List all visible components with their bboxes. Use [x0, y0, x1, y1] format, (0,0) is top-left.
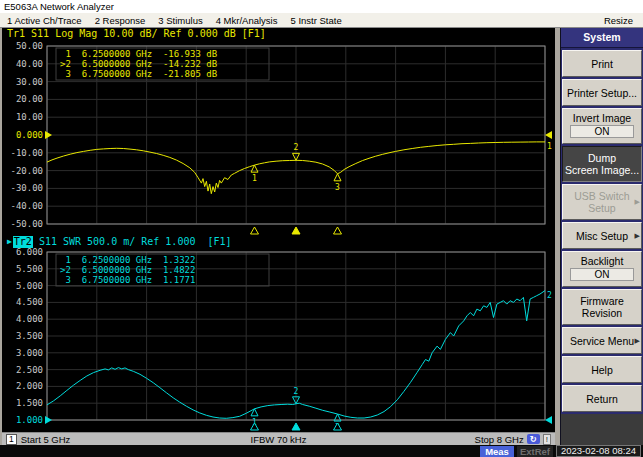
trace2-header-text: S11 SWR 500.0 m/ Ref 1.000 [F1]	[33, 236, 232, 248]
softkey-firmware-revision-label: Firmware	[563, 295, 641, 307]
menu-item-1-active-ch-trace[interactable]: 1 Active Ch/Trace	[7, 15, 82, 26]
trace2-header[interactable]: ▶ Tr2 S11 SWR 500.0 m/ Ref 1.000 [F1]	[2, 236, 555, 248]
softkey-dump-screen-image-label: Dump	[563, 152, 641, 164]
softkey-invert-image-label: Invert Image	[563, 112, 641, 124]
submenu-arrow-icon: ▶	[635, 196, 640, 208]
softkey-backlight-value: ON	[570, 268, 634, 281]
y-tick-label: 5.500	[16, 264, 43, 274]
y-tick-label: 50.00	[16, 41, 43, 51]
main-content: Tr1 S11 Log Mag 10.00 dB/ Ref 0.000 dB […	[0, 28, 643, 445]
marker-table-row: >2 6.5000000 GHz -14.232 dB	[60, 59, 217, 69]
trace1-label: Tr1	[7, 28, 25, 40]
softkey-usb-switch-setup-label: USB Switch	[563, 190, 641, 202]
marker-3[interactable]: 3	[334, 174, 341, 192]
resize-button[interactable]: Resize	[604, 15, 643, 26]
marker-2-stimulus-icon	[292, 423, 300, 430]
marker-2-stimulus-icon	[292, 227, 300, 234]
stop-frequency[interactable]: Stop 8 GHz	[475, 434, 524, 445]
y-tick-label: 30.00	[16, 77, 43, 87]
ref-level-indicator-right-icon	[545, 131, 552, 139]
y-tick-label: -50.00	[10, 219, 43, 229]
softkey-misc-setup-label: Misc Setup	[563, 230, 641, 242]
y-tick-label: 1.000	[16, 415, 43, 425]
marker-table-row: 3 6.7500000 GHz -21.805 dB	[60, 69, 217, 79]
softkey-return[interactable]: Return	[562, 385, 642, 412]
softkey-printer-setup[interactable]: Printer Setup...	[562, 79, 642, 106]
submenu-arrow-icon: ▶	[635, 335, 640, 347]
svg-text:3: 3	[335, 183, 340, 192]
marker-table-row: >2 6.5000000 GHz 1.4822	[60, 265, 195, 275]
marker-1[interactable]: 1	[251, 165, 258, 183]
marker-3-stimulus-icon	[334, 227, 342, 234]
swr-graph: 6.0005.5005.0004.5004.0003.5003.0002.500…	[2, 248, 555, 432]
softkey-menu-title: System	[561, 28, 643, 48]
y-tick-label: 0.000	[16, 130, 43, 140]
menu-item-2-response[interactable]: 2 Response	[95, 15, 146, 26]
y-tick-label: -10.00	[10, 148, 43, 158]
ref-level-indicator-left-icon	[45, 131, 52, 139]
marker-table-row: 1 6.2500000 GHz 1.3322	[60, 255, 195, 265]
softkey-filler	[561, 414, 643, 445]
y-tick-label: -40.00	[10, 201, 43, 211]
y-tick-label: 5.000	[16, 281, 43, 291]
softkey-help-label: Help	[563, 364, 641, 376]
instrument-statusbar: Meas ExtRef 2023-02-08 08:24	[0, 445, 643, 457]
menu-item-5-instr-state[interactable]: 5 Instr State	[290, 15, 341, 26]
softkey-usb-switch-setup: USB SwitchSetup▶	[562, 184, 642, 220]
trace-number-label: 1	[547, 142, 552, 151]
log-mag-graph: 50.0040.0030.0020.0010.000.000-10.00-20.…	[2, 40, 555, 236]
marker-table-row: 3 6.7500000 GHz 1.1771	[60, 275, 195, 285]
extref-status: ExtRef	[517, 446, 553, 457]
submenu-arrow-icon: ▶	[635, 230, 640, 242]
svg-text:1: 1	[252, 174, 257, 183]
y-tick-label: 4.000	[16, 314, 43, 324]
svg-text:2: 2	[294, 143, 299, 152]
y-tick-label: 20.00	[16, 94, 43, 104]
y-tick-label: 2.000	[16, 381, 43, 391]
trace1-header[interactable]: Tr1 S11 Log Mag 10.00 dB/ Ref 0.000 dB […	[2, 28, 555, 40]
softkey-help[interactable]: Help	[562, 356, 642, 383]
menu-items: 1 Active Ch/Trace2 Response3 Stimulus4 M…	[7, 15, 591, 26]
menu-item-3-stimulus[interactable]: 3 Stimulus	[158, 15, 202, 26]
ref-level-indicator-left-icon	[45, 416, 52, 424]
y-tick-label: 6.000	[16, 248, 43, 257]
trace-number-label: 2	[547, 291, 552, 300]
softkey-dump-screen-image-label: Screen Image...	[563, 164, 641, 176]
channel-number-badge: 1	[6, 434, 17, 445]
ifbw-value[interactable]: IFBW 70 kHz	[188, 434, 370, 445]
menu-item-4-mkr-analysis[interactable]: 4 Mkr/Analysis	[216, 15, 278, 26]
menubar: 1 Active Ch/Trace2 Response3 Stimulus4 M…	[0, 13, 643, 28]
ref-level-indicator-right-icon	[545, 416, 552, 424]
softkey-dump-screen-image[interactable]: DumpScreen Image...	[562, 146, 642, 182]
y-tick-label: 3.500	[16, 331, 43, 341]
meas-status-badge: Meas	[480, 446, 514, 457]
softkey-print-label: Print	[563, 58, 641, 70]
stimulus-bar: 1 Start 5 GHz IFBW 70 kHz Stop 8 GHz ↻ !	[2, 432, 555, 445]
trace2-label: Tr2	[13, 236, 33, 248]
softkey-backlight[interactable]: BacklightON	[562, 251, 642, 287]
y-tick-label: -30.00	[10, 183, 43, 193]
analyzer-display: Tr1 S11 Log Mag 10.00 dB/ Ref 0.000 dB […	[0, 28, 560, 445]
active-trace-indicator-icon: ▶	[7, 236, 12, 248]
softkey-misc-setup[interactable]: Misc Setup▶	[562, 222, 642, 249]
y-tick-label: 4.500	[16, 297, 43, 307]
y-tick-label: 2.500	[16, 365, 43, 375]
softkey-firmware-revision-label: Revision	[563, 307, 641, 319]
softkey-print[interactable]: Print	[562, 50, 642, 77]
trace1-header-text: S11 Log Mag 10.00 dB/ Ref 0.000 dB [F1]	[25, 28, 266, 40]
softkey-backlight-label: Backlight	[563, 255, 641, 267]
y-tick-label: 1.500	[16, 398, 43, 408]
marker-1-stimulus-icon	[251, 227, 259, 234]
y-tick-label: 10.00	[16, 112, 43, 122]
softkey-return-label: Return	[563, 393, 641, 405]
window-titlebar: E5063A Network Analyzer	[0, 0, 643, 13]
softkey-firmware-revision[interactable]: FirmwareRevision	[562, 289, 642, 325]
window-title: E5063A Network Analyzer	[4, 1, 114, 12]
continuous-sweep-icon: ↻	[527, 434, 540, 444]
softkey-invert-image[interactable]: Invert ImageON	[562, 108, 642, 144]
softkey-service-menu-label: Service Menu	[563, 335, 641, 347]
softkey-service-menu[interactable]: Service Menu▶	[562, 327, 642, 354]
marker-table-row: 1 6.2500000 GHz -16.933 dB	[60, 49, 217, 59]
start-frequency[interactable]: Start 5 GHz	[21, 434, 71, 445]
y-tick-label: 3.000	[16, 348, 43, 358]
